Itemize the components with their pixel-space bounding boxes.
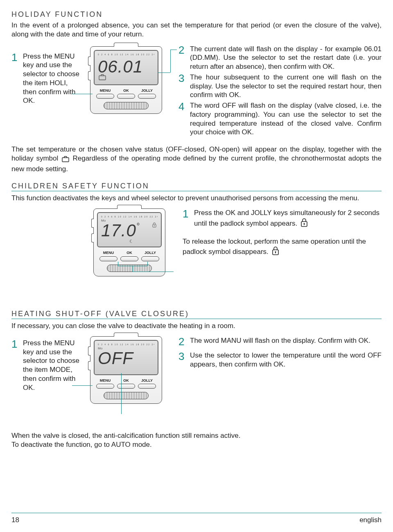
menu-button-label: MENU (96, 88, 114, 93)
selector-wheel (104, 392, 149, 399)
holiday-paragraph: The set temperature or the chosen valve … (11, 145, 382, 173)
lcd-value: OFF (98, 350, 154, 367)
lcd-unit: ° (136, 222, 140, 231)
device-illustration: 0 2 4 6 8 10 12 14 16 18 20 22 24 06.01 … (90, 46, 162, 114)
step-text: The word OFF will flash on the display (… (190, 101, 382, 137)
ok-button-label: OK (117, 88, 135, 93)
shutoff-notes: When the valve is closed, the anti-calci… (11, 431, 382, 449)
shutoff-step1: 1 Press the MENU key and use the selecto… (11, 339, 81, 392)
svg-rect-1 (62, 158, 69, 162)
safety-section: CHILDREN SAFETY FUNCTION This function d… (11, 181, 382, 294)
text: To deactivate the function, go to AUTO m… (11, 440, 382, 449)
step-text: Press the OK and JOLLY keys simultaneous… (194, 208, 382, 230)
holiday-title: HOLIDAY FUNCTION (11, 10, 382, 19)
padlock-icon (271, 246, 280, 258)
svg-rect-7 (304, 224, 305, 225)
menu-button-label: MENU (96, 378, 114, 383)
shutoff-section: HEATING SHUT-OFF (VALVE CLOSURE) If nece… (11, 309, 382, 449)
page-footer: 18 english (11, 513, 382, 525)
lcd-screen: 0 2 4 6 8 10 12 14 16 18 20 22 24 Mo OFF (94, 340, 158, 375)
step-number: 2 (178, 336, 186, 347)
lcd-screen: 0 2 4 6 8 10 12 14 16 18 20 22 24 Mo 17.… (97, 212, 162, 247)
holiday-steps-right: 2 The current date will flash on the dis… (178, 45, 382, 139)
step-number: 3 (178, 73, 186, 84)
step-text: To release the lockout, perform the same… (183, 237, 382, 258)
step-number: 1 (183, 208, 190, 219)
padlock-icon (152, 221, 157, 230)
menu-button (99, 256, 117, 261)
step-text: Press the MENU key and use the selector … (23, 52, 81, 106)
jolly-button (141, 256, 159, 261)
step-text: Use the selector to lower the temperatur… (190, 351, 382, 369)
page-number: 18 (11, 516, 19, 525)
step-number: 2 (178, 45, 186, 55)
jolly-button-label: JOLLY (138, 88, 156, 93)
holiday-step1: 1 Press the MENU key and use the selecto… (11, 52, 81, 106)
step-number: 1 (11, 52, 19, 63)
step-number: 3 (178, 351, 186, 362)
ok-button (120, 256, 138, 261)
jolly-button-label: JOLLY (141, 251, 159, 256)
shutoff-intro: If necessary, you can close the valve to… (11, 321, 382, 331)
step-text: Press the MENU key and use the selector … (23, 339, 81, 392)
suitcase-icon (62, 156, 69, 165)
svg-rect-10 (275, 252, 276, 254)
safety-intro: This function deactivates the keys and w… (11, 194, 382, 203)
jolly-button-label: JOLLY (138, 378, 156, 383)
step-number: 1 (11, 339, 19, 349)
device-illustration: 0 2 4 6 8 10 12 14 16 18 20 22 24 Mo OFF… (90, 336, 162, 404)
jolly-button (138, 94, 156, 99)
selector-wheel (104, 102, 149, 109)
ok-button (117, 94, 135, 99)
jolly-button (138, 384, 156, 389)
lcd-value: 06.01 (98, 58, 154, 75)
holiday-section: HOLIDAY FUNCTION In the event of a prolo… (11, 10, 382, 173)
menu-button-label: MENU (99, 251, 117, 256)
step-text: The hour subsequent to the current one w… (190, 73, 382, 100)
ok-button (117, 384, 135, 389)
text: When the valve is closed, the anti-calci… (11, 431, 382, 440)
lcd-value: 17.0 (101, 221, 136, 240)
step-number: 4 (178, 101, 186, 112)
holiday-intro: In the event of a prolonged absence, you… (11, 21, 382, 39)
shutoff-title: HEATING SHUT-OFF (VALVE CLOSURE) (11, 309, 382, 319)
menu-button (96, 94, 114, 99)
padlock-icon (300, 217, 308, 230)
svg-rect-4 (154, 226, 155, 226)
suitcase-icon (99, 74, 106, 80)
step-text: The word MANU will flash on the display.… (190, 336, 382, 345)
svg-rect-0 (99, 76, 106, 80)
text: Press the OK and JOLLY keys simultaneous… (194, 209, 379, 227)
ok-button-label: OK (120, 251, 138, 256)
menu-button (96, 384, 114, 389)
page-language: english (359, 516, 382, 525)
step-text: The current date will flash on the displ… (190, 45, 382, 71)
ok-button-label: OK (117, 378, 135, 383)
lcd-screen: 0 2 4 6 8 10 12 14 16 18 20 22 24 06.01 (94, 50, 158, 85)
safety-title: CHILDREN SAFETY FUNCTION (11, 181, 382, 191)
